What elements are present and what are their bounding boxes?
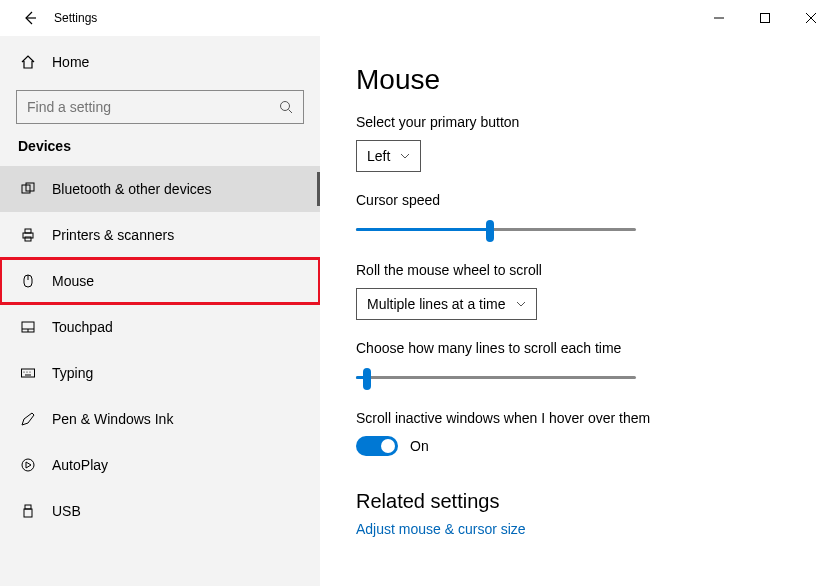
sidebar-item-label: AutoPlay	[52, 457, 108, 473]
svg-point-17	[23, 371, 24, 372]
search-box[interactable]	[16, 90, 304, 124]
sidebar-item-label: Touchpad	[52, 319, 113, 335]
cursor-speed-slider[interactable]	[356, 218, 636, 242]
lines-label: Choose how many lines to scroll each tim…	[356, 340, 798, 356]
home-icon	[18, 54, 38, 70]
sidebar-item-label: USB	[52, 503, 81, 519]
search-input[interactable]	[27, 99, 279, 115]
sidebar-item-label: Pen & Windows Ink	[52, 411, 173, 427]
autoplay-icon	[18, 457, 38, 473]
touchpad-icon	[18, 319, 38, 335]
inactive-value: On	[410, 438, 429, 454]
chevron-down-icon	[516, 301, 526, 307]
scroll-wheel-value: Multiple lines at a time	[367, 296, 506, 312]
svg-point-19	[29, 371, 30, 372]
scroll-wheel-label: Roll the mouse wheel to scroll	[356, 262, 798, 278]
maximize-button[interactable]	[742, 2, 788, 34]
bluetooth-devices-icon	[18, 181, 38, 197]
home-nav[interactable]: Home	[0, 42, 320, 82]
sidebar: Home Devices Bluetooth & other devices P…	[0, 36, 320, 586]
content-pane: Mouse Select your primary button Left Cu…	[320, 36, 834, 586]
window-title: Settings	[54, 11, 97, 25]
minimize-button[interactable]	[696, 2, 742, 34]
sidebar-item-mouse[interactable]: Mouse	[0, 258, 320, 304]
cursor-speed-label: Cursor speed	[356, 192, 798, 208]
printer-icon	[18, 227, 38, 243]
keyboard-icon	[18, 365, 38, 381]
svg-rect-9	[25, 229, 31, 233]
primary-button-value: Left	[367, 148, 390, 164]
lines-slider[interactable]	[356, 366, 636, 390]
svg-point-21	[22, 459, 34, 471]
svg-rect-22	[25, 505, 31, 509]
mouse-icon	[18, 273, 38, 289]
chevron-down-icon	[400, 153, 410, 159]
primary-button-label: Select your primary button	[356, 114, 798, 130]
svg-rect-23	[24, 509, 32, 517]
titlebar: Settings	[0, 0, 834, 36]
sidebar-item-touchpad[interactable]: Touchpad	[0, 304, 320, 350]
sidebar-item-label: Typing	[52, 365, 93, 381]
section-heading: Devices	[0, 138, 320, 154]
sidebar-item-label: Printers & scanners	[52, 227, 174, 243]
svg-rect-1	[761, 14, 770, 23]
page-title: Mouse	[356, 64, 798, 96]
sidebar-item-printers[interactable]: Printers & scanners	[0, 212, 320, 258]
scroll-wheel-select[interactable]: Multiple lines at a time	[356, 288, 537, 320]
pen-icon	[18, 411, 38, 427]
usb-icon	[18, 503, 38, 519]
inactive-toggle[interactable]	[356, 436, 398, 456]
svg-line-5	[289, 110, 293, 114]
active-indicator	[317, 172, 320, 206]
close-button[interactable]	[788, 2, 834, 34]
home-label: Home	[52, 54, 89, 70]
related-heading: Related settings	[356, 490, 798, 513]
related-link[interactable]: Adjust mouse & cursor size	[356, 521, 798, 537]
svg-rect-16	[22, 369, 35, 377]
sidebar-item-usb[interactable]: USB	[0, 488, 320, 534]
primary-button-select[interactable]: Left	[356, 140, 421, 172]
nav-list: Bluetooth & other devices Printers & sca…	[0, 166, 320, 586]
svg-point-4	[281, 102, 290, 111]
sidebar-item-label: Mouse	[52, 273, 94, 289]
inactive-label: Scroll inactive windows when I hover ove…	[356, 410, 798, 426]
slider-thumb[interactable]	[486, 220, 494, 242]
back-button[interactable]	[16, 4, 44, 32]
svg-point-18	[26, 371, 27, 372]
slider-thumb[interactable]	[363, 368, 371, 390]
sidebar-item-pen[interactable]: Pen & Windows Ink	[0, 396, 320, 442]
sidebar-item-bluetooth[interactable]: Bluetooth & other devices	[0, 166, 320, 212]
sidebar-item-label: Bluetooth & other devices	[52, 181, 212, 197]
search-icon	[279, 100, 293, 114]
sidebar-item-autoplay[interactable]: AutoPlay	[0, 442, 320, 488]
sidebar-item-typing[interactable]: Typing	[0, 350, 320, 396]
